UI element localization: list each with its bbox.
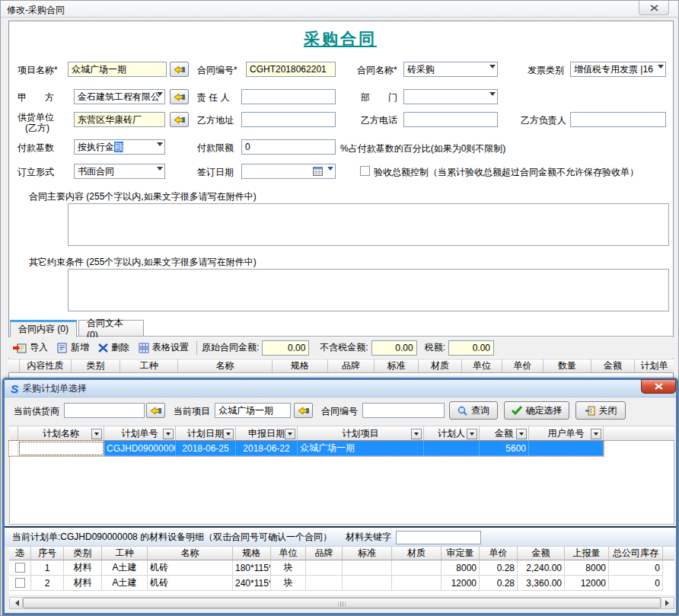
hand-pointer-icon [174, 65, 186, 75]
filter-dropdown-button[interactable] [163, 429, 174, 439]
col-header [663, 547, 674, 560]
supplier-label: 供货单位(乙方) [18, 112, 54, 133]
invoice-type-combo[interactable]: 增值税专用发票 |16 [570, 62, 666, 77]
form-type-combo[interactable]: 书面合同 [74, 164, 165, 179]
col-header: 规格 [233, 547, 271, 560]
import-button[interactable]: 导入 [8, 340, 53, 356]
supplier-browse-button[interactable] [170, 112, 189, 127]
cell-plan-name[interactable] [18, 441, 104, 456]
row-select-checkbox[interactable] [15, 563, 25, 573]
cell-plan-project[interactable]: 众城广场一期 [298, 441, 424, 456]
current-project-label: 当前项目 [174, 406, 210, 417]
responsible-field[interactable] [241, 89, 336, 104]
hand-pointer-icon [174, 115, 186, 125]
cell-price: 0.28 [480, 576, 518, 591]
notax-amount-field[interactable]: 0.00 [371, 340, 417, 356]
filter-dropdown-button[interactable] [467, 429, 477, 439]
window-close-button[interactable] [639, 1, 669, 15]
contract-no-field[interactable]: CGHT2018062201 [246, 62, 336, 77]
row-select-checkbox[interactable] [15, 578, 25, 588]
party-a-label: 甲 方 [18, 92, 54, 103]
cell-declare-date[interactable]: 2018-06-22 [236, 441, 298, 456]
project-name-field[interactable]: 众城广场一期 [68, 62, 167, 77]
party-a-browse-button[interactable] [170, 89, 189, 104]
add-row-button[interactable]: 新增 [53, 340, 94, 356]
cell-seq: 1 [31, 560, 64, 576]
col-header: 名称 [178, 359, 273, 372]
contract-no-filter-field[interactable] [362, 403, 445, 418]
dept-combo[interactable] [403, 89, 498, 104]
query-button[interactable]: 查询 [449, 401, 498, 420]
main-content-textarea[interactable] [68, 203, 669, 246]
cell-user-no[interactable] [529, 441, 604, 456]
party-b-phone-field[interactable] [403, 112, 498, 127]
contract-name-combo[interactable]: 砖采购 [403, 62, 498, 77]
close-icon [650, 5, 658, 11]
tab-contract-text[interactable]: 合同文本 (0) [78, 320, 144, 337]
filter-dropdown-button[interactable] [285, 429, 295, 439]
filter-dropdown-button[interactable] [223, 429, 234, 439]
chevron-down-icon [157, 92, 163, 99]
col-header: 单价 [480, 547, 518, 560]
filter-dropdown-button[interactable] [91, 429, 102, 439]
scroll-right-button[interactable] [661, 598, 674, 608]
table-setup-button[interactable]: 表格设置 [134, 340, 193, 356]
supplier-browse-button[interactable] [146, 403, 165, 418]
contract-no-filter-label: 合同编号 [321, 406, 358, 417]
filter-dropdown-button[interactable] [516, 429, 527, 439]
cell-amount: 3,360.00 [518, 576, 565, 591]
dialog-titlebar: S 采购计划单选择 [5, 380, 676, 397]
current-project-field[interactable]: 众城广场一期 [215, 403, 291, 418]
search-icon [457, 406, 467, 416]
material-row[interactable]: 2 材料 A土建 机砖 240*115* 块 12000 0.28 3,360.… [9, 576, 674, 591]
project-browse-button[interactable] [170, 62, 189, 77]
pay-limit-field[interactable]: 0 [241, 139, 336, 155]
party-b-leader-field[interactable] [570, 112, 666, 127]
material-row[interactable]: 1 材料 A土建 机砖 180*115* 块 8000 0.28 2,240.0… [9, 560, 674, 576]
sign-date-picker[interactable]: 2018-06-22 [241, 164, 336, 179]
other-terms-textarea[interactable] [68, 269, 669, 311]
current-supplier-field[interactable] [64, 403, 145, 418]
hand-pointer-icon [174, 92, 186, 102]
plan-selected-row[interactable]: CGJHD090000008 2018-06-25 2018-06-22 众城广… [9, 441, 604, 456]
tax-amount-field[interactable]: 0.00 [448, 340, 494, 356]
chevron-down-icon [658, 65, 664, 72]
cell-reported: 8000 [565, 560, 609, 576]
thumb-grip-icon [339, 602, 346, 607]
cell-planner[interactable] [424, 441, 480, 456]
plan-grid-header: 计划名称 计划单号 计划日期 申报日期 计划项目 计划人 金额 用户单号 [9, 426, 674, 441]
tax-amount-label: 税额: [425, 341, 445, 354]
close-dialog-button[interactable]: 关闭 [575, 401, 626, 420]
col-header: 类别 [72, 359, 120, 372]
filter-dropdown-button[interactable] [591, 429, 601, 439]
project-browse-button[interactable] [294, 403, 313, 418]
horizontal-scrollbar[interactable] [9, 597, 674, 609]
delete-row-button[interactable]: 删除 [94, 340, 134, 356]
dialog-close-button[interactable] [641, 379, 676, 394]
party-a-combo[interactable]: 金石建筑工程有限公 [74, 89, 165, 104]
cell-plan-date[interactable]: 2018-06-25 [176, 441, 236, 456]
delete-x-icon [98, 343, 108, 353]
col-header: 上报量 [565, 547, 609, 560]
scrollbar-thumb[interactable] [23, 598, 661, 608]
chevron-down-icon [157, 142, 163, 149]
sign-date-label: 签订日期 [197, 167, 234, 177]
import-icon [13, 343, 27, 353]
orig-amount-field[interactable]: 0.00 [262, 340, 309, 356]
cell-plan-no[interactable]: CGJHD090000008 [104, 441, 176, 456]
material-keyword-field[interactable] [396, 531, 481, 544]
pay-base-combo[interactable]: 按执行金额 [74, 139, 165, 155]
pay-limit-note: %占付款基数的百分比(如果为0则不限制) [340, 142, 505, 155]
chevron-down-icon [489, 92, 496, 99]
col-header: 材质 [419, 359, 462, 372]
scroll-left-button[interactable] [10, 598, 23, 608]
accept-total-checkbox[interactable] [360, 166, 370, 176]
supplier-field[interactable]: 东营区华康砖厂 [74, 112, 165, 127]
confirm-select-button[interactable]: 确定选择 [504, 401, 569, 420]
filter-dropdown-button[interactable] [411, 429, 422, 439]
tab-contract-content[interactable]: 合同内容 (0) [10, 320, 77, 337]
party-b-addr-field[interactable] [241, 112, 336, 127]
orig-amount-label: 原始合同金额: [202, 341, 259, 354]
cell-trade: A土建 [102, 560, 148, 576]
cell-amount[interactable]: 5600 [480, 441, 529, 456]
